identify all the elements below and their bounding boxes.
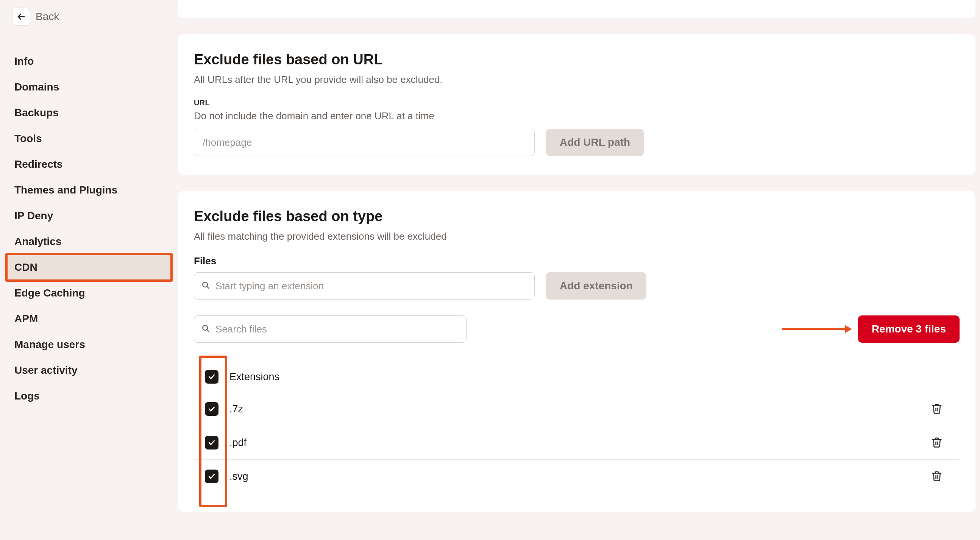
trash-icon xyxy=(931,403,942,414)
sidebar-item-cdn[interactable]: CDN xyxy=(7,255,171,280)
select-all-checkbox[interactable] xyxy=(205,370,218,384)
annotation-arrow xyxy=(782,328,851,330)
row-checkbox[interactable] xyxy=(205,436,218,449)
trash-icon xyxy=(931,470,942,482)
back-label: Back xyxy=(36,11,59,23)
url-input[interactable] xyxy=(194,129,535,156)
exclude-url-card: Exclude files based on URL All URLs afte… xyxy=(178,34,975,175)
url-field-label: URL xyxy=(194,99,959,107)
delete-row-button[interactable] xyxy=(929,468,945,485)
nav-list: InfoDomainsBackupsToolsRedirectsThemes a… xyxy=(7,48,171,409)
extension-input[interactable] xyxy=(194,272,535,299)
row-checkbox[interactable] xyxy=(205,470,218,483)
sidebar-item-edge-caching[interactable]: Edge Caching xyxy=(7,280,171,306)
exclude-type-desc: All files matching the provided extensio… xyxy=(194,231,959,242)
delete-row-button[interactable] xyxy=(929,401,945,417)
row-checkbox[interactable] xyxy=(205,402,218,416)
files-label: Files xyxy=(194,255,959,267)
table-row: .7z xyxy=(194,392,959,426)
sidebar-item-redirects[interactable]: Redirects xyxy=(7,151,171,177)
delete-row-button[interactable] xyxy=(929,434,945,451)
svg-line-2 xyxy=(207,287,209,288)
exclude-url-desc: All URLs after the URL you provide will … xyxy=(194,74,959,86)
sidebar-item-apm[interactable]: APM xyxy=(7,306,171,332)
extension-label: .7z xyxy=(229,403,914,415)
search-files-input[interactable] xyxy=(194,315,466,343)
extensions-table: Extensions .7z.pdf.svg xyxy=(194,362,959,493)
search-icon xyxy=(202,281,210,291)
back-button[interactable] xyxy=(12,8,30,26)
table-row: .pdf xyxy=(194,426,959,460)
header-extensions-label: Extensions xyxy=(229,371,914,383)
url-field-help: Do not include the domain and enter one … xyxy=(194,110,959,122)
card-top-sliver xyxy=(178,0,975,18)
extension-label: .pdf xyxy=(229,437,914,449)
sidebar: Back InfoDomainsBackupsToolsRedirectsThe… xyxy=(0,0,178,540)
search-icon xyxy=(202,324,210,334)
exclude-url-title: Exclude files based on URL xyxy=(194,51,959,68)
arrow-left-icon xyxy=(17,12,26,21)
sidebar-item-ip-deny[interactable]: IP Deny xyxy=(7,203,171,229)
sidebar-item-themes-and-plugins[interactable]: Themes and Plugins xyxy=(7,177,171,203)
remove-files-button[interactable]: Remove 3 files xyxy=(858,315,959,343)
table-row: .svg xyxy=(194,460,959,493)
sidebar-item-logs[interactable]: Logs xyxy=(7,383,171,409)
sidebar-item-manage-users[interactable]: Manage users xyxy=(7,332,171,357)
extension-label: .svg xyxy=(229,471,914,483)
sidebar-item-backups[interactable]: Backups xyxy=(7,100,171,126)
exclude-type-card: Exclude files based on type All files ma… xyxy=(178,191,975,512)
main-content: Exclude files based on URL All URLs afte… xyxy=(178,0,980,540)
back-row: Back xyxy=(7,8,171,26)
add-url-button[interactable]: Add URL path xyxy=(546,129,644,156)
table-header: Extensions xyxy=(194,362,959,392)
sidebar-item-user-activity[interactable]: User activity xyxy=(7,357,171,383)
exclude-type-title: Exclude files based on type xyxy=(194,208,959,225)
svg-line-4 xyxy=(207,330,209,332)
sidebar-item-domains[interactable]: Domains xyxy=(7,74,171,100)
sidebar-item-tools[interactable]: Tools xyxy=(7,126,171,151)
sidebar-item-info[interactable]: Info xyxy=(7,48,171,74)
sidebar-item-analytics[interactable]: Analytics xyxy=(7,229,171,255)
trash-icon xyxy=(931,436,942,448)
add-extension-button[interactable]: Add extension xyxy=(546,272,646,299)
